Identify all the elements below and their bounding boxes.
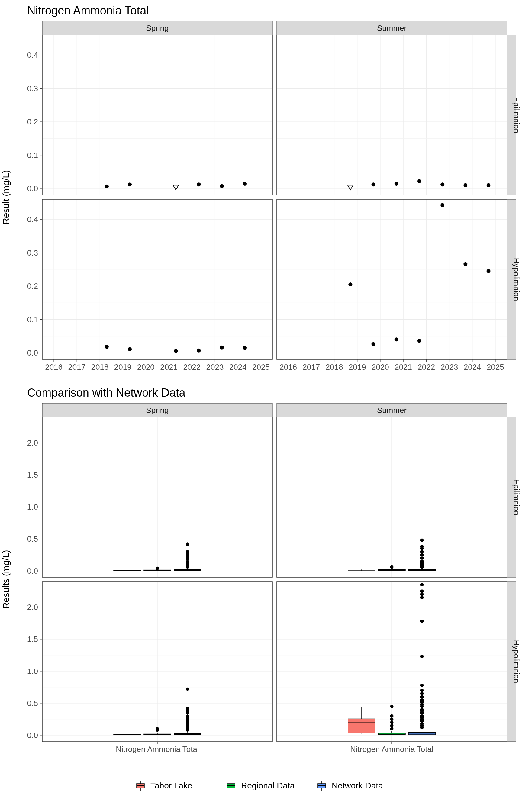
chart1-ytick: 0.2 [27, 282, 38, 290]
boxplot-outlier [186, 714, 189, 718]
chart1-panel-Spring-Epilimnion [42, 35, 273, 195]
chart1-ytick: 0.0 [27, 184, 38, 193]
boxplot-outlier [421, 692, 424, 695]
chart2-rowstrip-0: Epilimnion [512, 479, 521, 515]
boxplot-outlier [421, 708, 424, 711]
chart1-ytick: 0.0 [27, 348, 38, 357]
boxplot-outlier [421, 698, 424, 702]
boxplot-outlier [421, 553, 424, 556]
chart2-ytick: 0.0 [27, 566, 38, 575]
scatter-point [395, 182, 398, 186]
scatter-point [418, 339, 421, 343]
boxplot-outlier [421, 589, 424, 593]
boxplot-outlier [421, 655, 424, 658]
legend: Tabor LakeRegional DataNetwork Data [134, 779, 383, 792]
chart1-xtick: 2018 [326, 363, 343, 371]
legend-key-regional-data: Regional Data [225, 779, 295, 792]
chart1-xtick: 2025 [252, 363, 270, 371]
chart2-panel-Summer-Hypolimnion [277, 582, 507, 742]
chart2-ytick: 2.0 [27, 603, 38, 612]
legend-key-network-data: Network Data [315, 779, 383, 792]
chart2-panel-Spring-Epilimnion [42, 417, 273, 577]
chart2-ytick: 2.0 [27, 438, 38, 447]
scatter-point [463, 183, 467, 187]
chart1-xtick: 2021 [160, 363, 178, 371]
boxplot-outlier [421, 583, 424, 586]
chart2-colstrip-1: Summer [377, 406, 407, 415]
chart1-rowstrip-1: Hypolimnion [512, 258, 521, 301]
boxplot-outlier [421, 684, 424, 687]
chart2-xtick: Nitrogen Ammonia Total [116, 745, 199, 754]
boxplot-outlier [390, 727, 394, 730]
chart1-xtick: 2023 [441, 363, 458, 371]
chart1-ytick: 0.3 [27, 84, 38, 93]
boxplot-outlier [421, 560, 424, 563]
scatter-point [197, 182, 201, 186]
chart1-panel-Summer-Epilimnion [277, 35, 507, 195]
scatter-point [418, 179, 421, 183]
boxplot-outlier [186, 688, 189, 691]
boxplot-outlier [390, 724, 394, 727]
legend-key-tabor-lake: Tabor Lake [134, 779, 193, 792]
scatter-point [463, 262, 467, 266]
chart1-xtick: 2021 [395, 363, 412, 371]
chart1-ytick: 0.2 [27, 117, 38, 126]
chart1-xtick: 2019 [348, 363, 366, 371]
chart1-rowstrip-0: Epilimnion [512, 97, 521, 133]
boxplot-outlier [421, 593, 424, 596]
chart1-xtick: 2018 [91, 363, 109, 371]
scatter-point [395, 338, 398, 341]
boxplot-outlier [421, 620, 424, 623]
legend-label: Regional Data [241, 781, 295, 790]
chart1-colstrip-1: Summer [377, 24, 407, 33]
scatter-point [372, 342, 376, 346]
scatter-point [128, 347, 132, 351]
chart2-panel-Spring-Hypolimnion [42, 582, 273, 742]
legend-label: Network Data [332, 781, 383, 790]
chart2-ytick: 1.5 [27, 470, 38, 480]
boxplot-box [348, 719, 375, 733]
boxplot-outlier [421, 539, 424, 542]
chart1-ytick: 0.4 [27, 215, 38, 224]
scatter-point [105, 345, 109, 349]
boxplot-outlier [390, 721, 394, 724]
scatter-point [243, 346, 247, 350]
boxplot-outlier [186, 542, 189, 546]
chart1-xtick: 2016 [279, 363, 297, 371]
boxplot-outlier [186, 550, 189, 553]
chart1-xtick: 2024 [229, 363, 247, 371]
scatter-point [440, 203, 444, 207]
chart1-xtick: 2022 [418, 363, 435, 371]
chart2-ytick: 0.0 [27, 731, 38, 740]
chart1-ytick: 0.4 [27, 50, 38, 60]
chart2-ytick: 0.5 [27, 534, 38, 544]
chart2-ytick: 1.5 [27, 635, 38, 644]
scatter-point [372, 182, 376, 186]
boxplot-outlier [390, 705, 394, 708]
chart1-ytick: 0.1 [27, 315, 38, 324]
chart1-xtick: 2024 [464, 363, 481, 371]
chart2-ytick: 1.0 [27, 502, 38, 511]
chart1-ylabel: Result (mg/L) [1, 170, 11, 224]
chart2-ytick: 0.5 [27, 699, 38, 708]
boxplot-outlier [390, 566, 394, 569]
chart1-xtick: 2019 [114, 363, 132, 371]
scatter-point [487, 269, 490, 273]
boxplot-outlier [421, 556, 424, 560]
boxplot-outlier [421, 714, 424, 718]
scatter-point [174, 349, 178, 353]
boxplot-outlier [421, 596, 424, 599]
chart1-xtick: 2020 [372, 363, 389, 371]
scatter-point [243, 182, 247, 186]
boxplot-outlier [156, 727, 159, 730]
boxplot-outlier [421, 695, 424, 698]
scatter-point [348, 282, 352, 286]
scatter-point [220, 184, 224, 188]
scatter-point [197, 349, 201, 352]
boxplot-outlier [186, 707, 189, 710]
chart2-colstrip-0: Spring [146, 406, 168, 415]
legend-label: Tabor Lake [150, 781, 193, 790]
chart1-xtick: 2016 [45, 363, 62, 371]
chart2-xtick: Nitrogen Ammonia Total [350, 745, 434, 754]
scatter-point [128, 182, 132, 186]
